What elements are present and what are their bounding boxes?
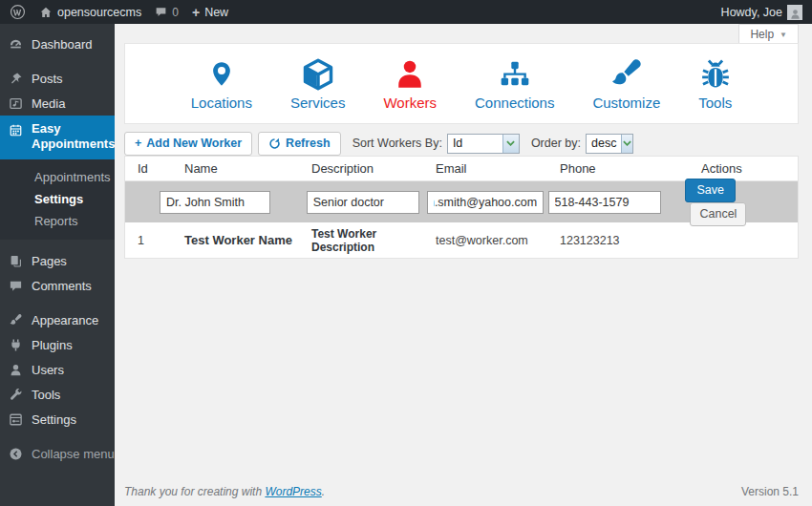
comments-icon xyxy=(9,279,24,294)
footer-version: Version 5.1 xyxy=(741,485,799,498)
header-phone: Phone xyxy=(560,161,701,176)
tab-label: Workers xyxy=(383,95,437,111)
worker-edit-row: Save Cancel xyxy=(125,181,798,222)
worker-table-row[interactable]: 1 Test Worker Name Test Worker Descripti… xyxy=(125,222,798,258)
easy-appointments-submenu: Appointments Settings Reports xyxy=(0,159,115,240)
howdy-label: Howdy, Joe xyxy=(721,6,782,19)
sidebar-item-pages[interactable]: Pages xyxy=(0,249,115,274)
header-name: Name xyxy=(184,161,311,176)
plus-icon: + xyxy=(192,6,200,19)
comment-bubble-icon xyxy=(155,6,167,18)
cancel-button[interactable]: Cancel xyxy=(690,202,746,226)
tab-label: Customize xyxy=(592,95,660,111)
tab-label: Locations xyxy=(191,95,252,111)
submenu-item-reports[interactable]: Reports xyxy=(0,210,115,232)
sort-workers-value: Id xyxy=(448,135,502,153)
admin-content: Help ▼ Locations Services Workers xyxy=(115,24,812,506)
admin-bar-comments[interactable]: 0 xyxy=(155,6,179,19)
sidebar-item-label: Settings xyxy=(32,412,76,427)
sort-workers-select[interactable]: Id xyxy=(447,134,520,154)
sidebar-item-label: Collapse menu xyxy=(32,447,115,461)
sidebar-item-settings[interactable]: Settings xyxy=(0,408,115,432)
admin-sidebar: Dashboard Posts Media Easy Appointments … xyxy=(0,24,115,506)
plus-icon: + xyxy=(135,137,141,150)
admin-bar: opensourcecms 0 + New Howdy, Joe xyxy=(0,0,812,24)
worker-email-input[interactable] xyxy=(427,191,544,214)
tab-tools[interactable]: Tools xyxy=(698,56,732,111)
collapse-icon xyxy=(9,447,24,462)
order-by-label: Order by: xyxy=(531,137,581,150)
tab-customize[interactable]: Customize xyxy=(592,56,660,111)
sidebar-item-media[interactable]: Media xyxy=(0,91,115,116)
sidebar-item-label: Appearance xyxy=(32,313,98,327)
sidebar-item-users[interactable]: Users xyxy=(0,358,115,383)
tools-icon xyxy=(9,388,24,403)
order-by-value: desc xyxy=(587,135,621,153)
sidebar-item-label: Tools xyxy=(32,388,60,402)
sidebar-item-tools[interactable]: Tools xyxy=(0,383,115,408)
header-email: Email xyxy=(436,161,560,176)
settings-icon xyxy=(9,412,24,428)
site-name-menu[interactable]: opensourcecms xyxy=(39,6,141,19)
sidebar-item-label: Plugins xyxy=(32,338,73,352)
avatar xyxy=(787,5,802,20)
sidebar-item-label: Comments xyxy=(32,279,92,293)
sort-workers-label: Sort Workers By: xyxy=(353,137,442,150)
select-chevron-icon xyxy=(621,135,632,153)
worker-name-input[interactable] xyxy=(160,191,270,214)
ea-tabs-panel: Locations Services Workers Connections xyxy=(124,43,799,124)
cell-phone: 123123213 xyxy=(560,234,701,247)
sidebar-separator xyxy=(0,299,115,308)
sidebar-item-label: Posts xyxy=(32,72,63,86)
tab-label: Tools xyxy=(698,95,732,111)
map-pin-icon xyxy=(209,56,234,92)
workers-table: Id Name Description Email Phone Actions … xyxy=(124,156,799,259)
worker-description-input[interactable] xyxy=(307,191,419,214)
admin-bar-right: Howdy, Joe xyxy=(721,5,802,20)
refresh-button[interactable]: Refresh xyxy=(258,132,341,156)
order-by-select[interactable]: desc xyxy=(586,134,633,154)
sidebar-item-comments[interactable]: Comments xyxy=(0,274,115,299)
tab-workers[interactable]: Workers xyxy=(383,56,437,111)
tab-locations[interactable]: Locations xyxy=(191,56,252,111)
submenu-item-appointments[interactable]: Appointments xyxy=(0,166,115,188)
chevron-down-icon: ▼ xyxy=(780,31,787,39)
cell-description: Test Worker Description xyxy=(311,227,436,254)
add-new-worker-button[interactable]: + Add New Worker xyxy=(124,132,252,156)
comments-count: 0 xyxy=(172,6,179,19)
sidebar-item-label: Users xyxy=(32,363,64,377)
header-id: Id xyxy=(125,161,184,176)
calendar-icon xyxy=(9,122,24,137)
refresh-icon xyxy=(268,137,281,150)
wordpress-admin-screen: opensourcecms 0 + New Howdy, Joe xyxy=(0,0,812,506)
refresh-label: Refresh xyxy=(286,137,331,150)
admin-bar-new-button[interactable]: + New xyxy=(192,6,228,19)
sidebar-item-appearance[interactable]: Appearance xyxy=(0,308,115,333)
sidebar-item-posts[interactable]: Posts xyxy=(0,66,115,91)
wordpress-link[interactable]: WordPress xyxy=(265,485,321,498)
media-icon xyxy=(9,95,24,111)
sidebar-item-plugins[interactable]: Plugins xyxy=(0,333,115,358)
sidebar-item-dashboard[interactable]: Dashboard xyxy=(0,32,115,56)
header-description: Description xyxy=(311,161,436,176)
save-button[interactable]: Save xyxy=(685,179,736,202)
howdy-menu[interactable]: Howdy, Joe xyxy=(721,5,802,20)
users-icon xyxy=(9,363,24,378)
wordpress-logo-icon[interactable] xyxy=(10,4,26,20)
tab-connections[interactable]: Connections xyxy=(475,56,554,111)
person-icon xyxy=(394,56,426,92)
sidebar-item-label: Easy Appointments xyxy=(32,121,108,153)
tab-services[interactable]: Services xyxy=(290,56,346,111)
cell-email: test@worker.com xyxy=(436,234,560,247)
help-button[interactable]: Help ▼ xyxy=(738,24,799,45)
worker-phone-input[interactable] xyxy=(548,191,661,214)
sidebar-item-label: Media xyxy=(32,96,65,111)
tab-label: Connections xyxy=(475,95,554,111)
add-new-worker-label: Add New Worker xyxy=(146,137,242,150)
paintbrush-icon xyxy=(609,56,644,92)
appearance-icon xyxy=(9,313,24,328)
collapse-menu-button[interactable]: Collapse menu xyxy=(0,442,115,467)
dashboard-icon xyxy=(9,36,24,52)
submenu-item-settings[interactable]: Settings xyxy=(0,188,115,210)
sidebar-item-easy-appointments[interactable]: Easy Appointments xyxy=(0,116,115,159)
